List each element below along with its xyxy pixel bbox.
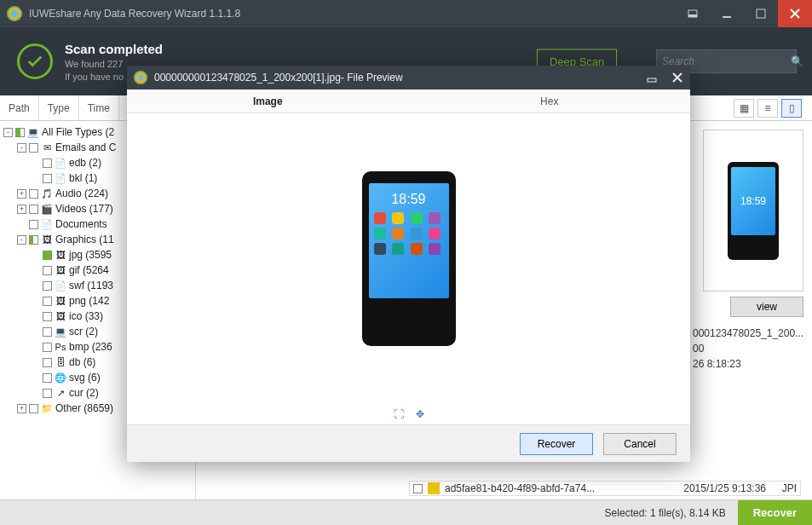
- detail-filename: 000123478025_1_200...: [693, 326, 803, 341]
- tree-checkbox[interactable]: [43, 389, 52, 398]
- tree-checkbox[interactable]: [43, 159, 52, 168]
- svg-rect-3: [757, 9, 765, 18]
- expand-icon[interactable]: +: [17, 189, 26, 199]
- search-icon[interactable]: 🔍: [791, 55, 803, 67]
- view-list-icon[interactable]: ≡: [757, 99, 778, 118]
- preview-modal: 000000000123478025_1_200x200[1].jpg- Fil…: [127, 66, 690, 462]
- tree-label: Graphics (11: [55, 234, 114, 245]
- tab-hex[interactable]: Hex: [409, 89, 691, 112]
- titlebar: IUWEshare Any Data Recovery Wizard 1.1.1…: [0, 0, 812, 27]
- tree-label: png (142: [69, 295, 109, 307]
- tree-icon: 🖼: [55, 310, 66, 322]
- tree-icon: 📁: [41, 402, 53, 414]
- detail-date: 26 8:18:23: [693, 356, 803, 372]
- scan-status: Scan completed: [65, 42, 163, 56]
- tree-label: Emails and C: [55, 141, 116, 153]
- tree-label: db (6): [69, 356, 95, 368]
- tree-label: edb (2): [69, 157, 101, 169]
- modal-logo-icon: [134, 71, 147, 84]
- modal-titlebar: 000000000123478025_1_200x200[1].jpg- Fil…: [127, 66, 690, 89]
- tree-checkbox[interactable]: [43, 251, 52, 260]
- modal-title: 000000000123478025_1_200x200[1].jpg- Fil…: [154, 72, 639, 84]
- tree-icon: 🖼: [55, 295, 66, 307]
- tree-checkbox[interactable]: [43, 358, 52, 367]
- tree-icon: 💻: [55, 326, 66, 338]
- tree-checkbox[interactable]: [43, 174, 52, 183]
- tree-label: Audio (224): [55, 188, 108, 199]
- tree-checkbox[interactable]: [29, 205, 38, 214]
- tree-checkbox[interactable]: [29, 235, 38, 245]
- tree-checkbox[interactable]: [29, 143, 38, 153]
- actual-size-icon[interactable]: ✥: [416, 408, 424, 420]
- expand-icon[interactable]: -: [17, 235, 26, 245]
- tree-label: Other (8659): [55, 402, 113, 414]
- tree-icon: Ps: [55, 341, 66, 353]
- detail-panel: 18:59 view 000123478025_1_200... 00 26 8…: [693, 130, 803, 372]
- modal-cancel-button[interactable]: Cancel: [603, 433, 677, 455]
- tab-image[interactable]: Image: [127, 89, 409, 112]
- expand-icon[interactable]: +: [17, 205, 26, 214]
- tree-icon: 📄: [41, 218, 53, 230]
- tray-button[interactable]: [676, 0, 710, 27]
- tree-label: jpg (3595: [69, 249, 112, 261]
- row-checkbox[interactable]: [413, 484, 423, 493]
- tree-icon: 🗄: [55, 356, 66, 368]
- tree-checkbox[interactable]: [29, 404, 38, 413]
- detail-size: 00: [693, 341, 803, 356]
- modal-close-button[interactable]: [665, 66, 690, 89]
- tree-label: swf (1193: [69, 280, 113, 291]
- tree-icon: 🖼: [55, 249, 66, 261]
- tree-icon: ↗: [55, 387, 66, 399]
- check-icon: [17, 43, 53, 79]
- recover-button[interactable]: Recover: [738, 500, 812, 526]
- tree-icon: 🖼: [55, 264, 66, 276]
- tree-checkbox[interactable]: [43, 266, 52, 275]
- row-type: JPI: [771, 482, 797, 494]
- row-name: ad5fae81-b420-4f89-abfd-7a74...: [445, 482, 678, 494]
- tree-checkbox[interactable]: [29, 220, 38, 229]
- tree-icon: 📄: [55, 172, 66, 184]
- col-path[interactable]: Path: [0, 95, 39, 120]
- maximize-button[interactable]: [744, 0, 778, 27]
- app-logo-icon: [7, 6, 22, 21]
- tree-label: ico (33): [69, 310, 103, 322]
- expand-icon[interactable]: +: [17, 404, 26, 413]
- preview-button[interactable]: view: [730, 297, 803, 317]
- close-button[interactable]: [778, 0, 812, 27]
- tree-label: bmp (236: [69, 341, 112, 353]
- modal-minimize-button[interactable]: [639, 66, 665, 89]
- tree-label: svg (6): [69, 372, 101, 384]
- file-row[interactable]: ad5fae81-b420-4f89-abfd-7a74... 2015/1/2…: [409, 481, 801, 496]
- tree-label: All File Types (2: [42, 126, 114, 138]
- tree-checkbox[interactable]: [43, 281, 52, 291]
- preview-body: anxz.com 18:59: [127, 113, 690, 404]
- tree-checkbox[interactable]: [43, 312, 52, 321]
- expand-icon[interactable]: -: [3, 128, 13, 137]
- tree-checkbox[interactable]: [43, 343, 52, 352]
- tree-checkbox[interactable]: [29, 189, 38, 199]
- view-grid-icon[interactable]: ▦: [734, 99, 754, 118]
- tree-label: scr (2): [69, 326, 98, 338]
- tree-checkbox[interactable]: [15, 128, 25, 137]
- tree-icon: 📄: [55, 157, 66, 169]
- thumbnail: 18:59: [703, 130, 803, 291]
- expand-icon[interactable]: -: [17, 143, 26, 153]
- view-detail-icon[interactable]: ▯: [781, 99, 802, 118]
- fit-icon[interactable]: ⛶: [394, 408, 404, 420]
- col-time[interactable]: Time: [79, 95, 119, 120]
- row-date: 2015/1/25 9:13:36: [683, 482, 766, 494]
- tree-icon: 📄: [55, 280, 66, 291]
- tree-checkbox[interactable]: [43, 373, 52, 383]
- tree-label: Documents: [55, 218, 107, 230]
- tree-icon: 💻: [27, 126, 39, 138]
- svg-rect-1: [688, 14, 697, 17]
- modal-recover-button[interactable]: Recover: [520, 433, 593, 455]
- tree-icon: 🖼: [41, 234, 53, 245]
- col-type[interactable]: Type: [39, 95, 79, 120]
- tree-icon: 🌐: [55, 372, 66, 384]
- tree-checkbox[interactable]: [43, 327, 52, 337]
- minimize-button[interactable]: [710, 0, 744, 27]
- status-bar: Selected: 1 file(s), 8.14 KB Recover: [0, 499, 812, 525]
- tree-label: gif (5264: [69, 264, 109, 276]
- tree-checkbox[interactable]: [43, 297, 52, 306]
